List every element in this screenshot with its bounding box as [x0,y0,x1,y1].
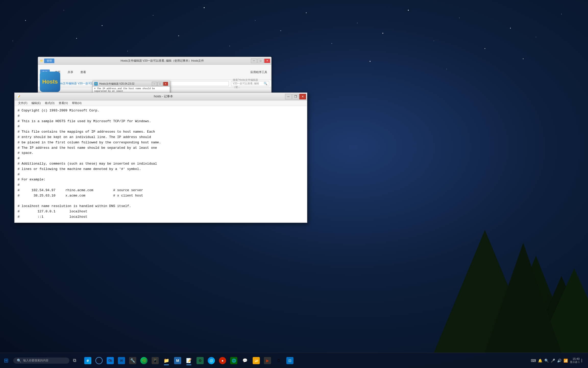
np-menu-edit[interactable]: 编辑(E) [30,101,42,106]
pinned-app14[interactable]: 🗒 [274,355,284,366]
app15-icon: ⊡ [286,357,293,364]
svg-point-7 [357,23,358,23]
np-minimize-btn[interactable]: ─ [285,94,292,99]
system-tray: ⌨ 🔔 🔍 🎤 🔊 📶 15:40 显示器 1 ▏ [531,357,588,364]
np-line-7: # be placed in the first column followed… [18,140,304,145]
show-desktop-btn[interactable]: ▏ [582,359,584,362]
taskbar-search-placeholder: 输入你要搜索的内容 [23,359,48,362]
np-menu-file[interactable]: 文件(F) [17,101,29,106]
tray-icon-network[interactable]: 📶 [564,359,568,363]
hosts-app-icon-container[interactable]: Hosts [40,72,60,92]
fe-maximize-btn[interactable]: □ [258,59,264,63]
np-line-21: # ::1 localhost [18,214,304,220]
app11-icon: 💬 [241,357,249,364]
fe-tab-share[interactable]: 共享 [66,70,75,75]
file-explorer-icon: 📁 [163,357,170,364]
pinned-app9[interactable]: ● [217,355,228,366]
pinned-app15[interactable]: ⊡ [285,355,295,366]
display-info: 显示器 1 [570,360,580,364]
np-menu-format[interactable]: 格式(O) [43,101,56,106]
taskbar: ⊞ 🔍 输入你要搜索的内容 ⧉ e 🛍 ✉ [0,353,588,368]
pinned-app7[interactable]: ⚙ [195,355,205,366]
svg-point-20 [434,41,434,41]
np-line-14: # For example: [18,177,304,182]
np-line-16: # 102.54.94.97 rhino.acme.com # source s… [18,188,304,193]
fe-tab-tools[interactable]: 应用程序工具 [248,70,269,75]
task-view-button[interactable]: ⧉ [69,355,80,366]
pinned-app10[interactable]: 🌐 [229,355,239,366]
svg-point-4 [204,7,205,8]
np-close-btn[interactable]: ✕ [299,94,306,99]
pinned-app8[interactable]: @ [206,355,216,366]
pinned-app3[interactable]: 📱 [150,355,160,366]
svg-point-3 [153,15,153,16]
np-line-20: # 127.0.0.1 localhost [18,209,304,214]
tray-icon-mic[interactable]: 🎤 [551,359,555,363]
svg-point-22 [536,37,536,37]
svg-point-19 [382,33,383,34]
tray-icon1[interactable]: ⌨ [531,359,536,363]
fe-tab-view[interactable]: 查看 [78,70,88,75]
fe-ribbon-tab-active[interactable]: 管理 [44,59,54,63]
app12-icon: 📂 [253,357,260,364]
svg-point-6 [306,13,307,13]
pinned-app5[interactable]: M [173,355,183,366]
fe-minimize-btn[interactable]: ─ [251,59,257,63]
np-line-3: # This is a sample HOSTS file used by Mi… [18,119,304,124]
hosts-editor-title: Hosts文件编辑器 V20.04.23.02 [99,82,152,86]
hes-minimize-btn[interactable]: ─ [152,82,157,86]
np-restore-btn[interactable]: ❐ [292,94,299,99]
taskbar-pinned-apps: e 🛍 ✉ 🔧 🌿 📱 � [83,355,295,366]
notepad-menubar: 文件(F) 编辑(E) 格式(O) 查看(V) 帮助(H) [15,100,307,106]
start-button[interactable]: ⊞ [1,355,11,366]
np-line-2: # [18,113,304,119]
app9-icon: ● [219,357,226,364]
notepad-icon: 📝 [17,95,20,98]
file-explorer-title: Hosts文件编辑器 V20一款可以查看, 编辑（使用记事本）Hosts文件 [55,59,269,63]
svg-point-8 [408,10,409,11]
store-icon: 🛍 [107,357,114,364]
pinned-app2[interactable]: 🌿 [139,355,149,366]
pinned-app12[interactable]: 📂 [251,355,261,366]
tray-icon-speaker[interactable]: 🔊 [557,359,561,363]
np-line-8: # The IP address and the host name shoul… [18,145,304,151]
np-line-11: # Additionally, comments (such as these)… [18,161,304,167]
fe-search-btn[interactable]: 🔍 [264,82,267,85]
file-explorer-titlebar: 📁 管理 Hosts文件编辑器 V20一款可以查看, 编辑（使用记事本）Host… [38,57,271,65]
fe-search-box[interactable]: 搜索"Hosts文件编辑器 V20一款可以查看, 编辑（使... 🔍 [231,81,269,86]
pinned-edge[interactable]: e [83,355,93,366]
desktop: 📁 管理 Hosts文件编辑器 V20一款可以查看, 编辑（使用记事本）Host… [0,0,588,368]
hosts-editor-icon: H [94,82,98,86]
pinned-mail[interactable]: ✉ [116,355,127,366]
taskbar-search[interactable]: 🔍 输入你要搜索的内容 [13,358,69,364]
file-explorer-window-controls: ─ □ ✕ [251,59,270,63]
pinned-notepad[interactable]: 📝 [184,355,194,366]
tray-icon2[interactable]: 🔔 [538,359,542,363]
svg-point-1 [64,10,64,10]
np-menu-help[interactable]: 帮助(H) [70,101,83,106]
tray-icon-search[interactable]: 🔍 [544,359,549,363]
hes-close-btn[interactable]: ✕ [163,82,168,86]
np-line-1: # Copyright (c) 1993-2009 Microsoft Corp… [18,108,304,113]
pinned-app13[interactable]: ▶ [262,355,273,366]
np-line-18 [18,199,304,204]
notepad-content[interactable]: # Copyright (c) 1993-2009 Microsoft Corp… [15,106,307,223]
pinned-app11[interactable]: 💬 [240,355,250,366]
app13-icon: ▶ [264,357,271,364]
np-line-9: # space. [18,151,304,156]
hes-maximize-btn[interactable]: □ [157,82,163,86]
fe-close-btn[interactable]: ✕ [264,59,270,63]
svg-point-13 [76,38,77,39]
svg-point-12 [13,41,13,41]
svg-point-16 [229,46,230,46]
pinned-cortana[interactable] [94,355,104,366]
np-menu-view[interactable]: 查看(V) [57,101,70,106]
hosts-icon-label: Hosts [42,78,58,85]
svg-point-28 [446,69,447,69]
np-line-19: # localhost name resolution is handled w… [18,204,304,209]
pinned-app1[interactable]: 🔧 [128,355,138,366]
pinned-file-explorer[interactable]: 📁 [161,355,172,366]
app7-icon: ⚙ [197,357,204,364]
pinned-store[interactable]: 🛍 [105,355,115,366]
notepad-taskbar-icon: 📝 [185,357,192,364]
